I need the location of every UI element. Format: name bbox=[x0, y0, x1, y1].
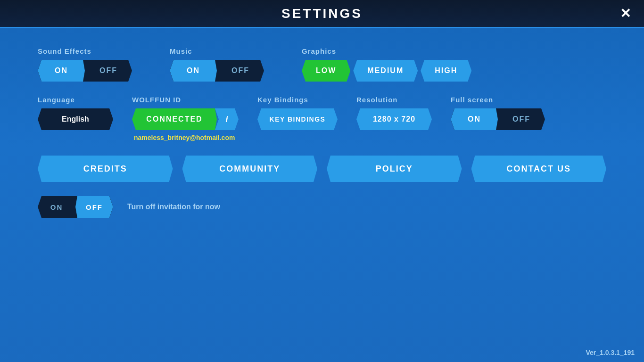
connected-button[interactable]: CONNECTED bbox=[132, 108, 217, 130]
full-screen-label: Full screen bbox=[451, 96, 493, 104]
music-label: Music bbox=[170, 47, 192, 55]
invitation-on-button[interactable]: ON bbox=[38, 196, 75, 218]
full-screen-on-button[interactable]: ON bbox=[451, 108, 498, 130]
resolution-group: Resolution 1280 x 720 bbox=[356, 96, 432, 130]
music-group: Music ON OFF bbox=[170, 47, 264, 82]
graphics-low-button[interactable]: LOW bbox=[302, 60, 350, 82]
bottom-buttons-row: CREDITS COMMUNITY POLICY CONTACT US bbox=[38, 156, 606, 182]
sound-effects-off-button[interactable]: OFF bbox=[85, 60, 132, 82]
sound-effects-group: Sound Effects ON OFF bbox=[38, 47, 132, 82]
key-bindings-label: Key Bindings bbox=[257, 96, 308, 104]
graphics-label: Graphics bbox=[302, 47, 336, 55]
info-button[interactable]: i bbox=[215, 108, 239, 130]
wolffun-id-row: CONNECTED i bbox=[132, 108, 239, 130]
invitation-toggle: ON OFF bbox=[38, 196, 113, 218]
music-off-button[interactable]: OFF bbox=[217, 60, 264, 82]
full-screen-toggle: ON OFF bbox=[451, 108, 545, 130]
full-screen-off-button[interactable]: OFF bbox=[498, 108, 545, 130]
language-group: Language English bbox=[38, 96, 113, 130]
policy-button[interactable]: POLICY bbox=[327, 156, 462, 182]
settings-row-2: Language English WOLFFUN ID CONNECTED i … bbox=[38, 96, 606, 141]
wolffun-id-label: WOLFFUN ID bbox=[132, 96, 181, 104]
graphics-options: LOW MEDIUM HIGH bbox=[302, 60, 471, 82]
resolution-label: Resolution bbox=[356, 96, 398, 104]
music-toggle: ON OFF bbox=[170, 60, 264, 82]
key-bindings-button[interactable]: KEY BINDINGS bbox=[257, 108, 338, 130]
language-button[interactable]: English bbox=[38, 108, 113, 130]
full-screen-group: Full screen ON OFF bbox=[451, 96, 545, 130]
main-content: Sound Effects ON OFF Music ON OFF Graphi… bbox=[0, 28, 644, 227]
credits-button[interactable]: CREDITS bbox=[38, 156, 173, 182]
resolution-button[interactable]: 1280 x 720 bbox=[356, 108, 432, 130]
contact-us-button[interactable]: CONTACT US bbox=[471, 156, 607, 182]
community-button[interactable]: COMMUNITY bbox=[182, 156, 318, 182]
sound-effects-label: Sound Effects bbox=[38, 47, 91, 55]
wolffun-id-group: WOLFFUN ID CONNECTED i nameless_britney@… bbox=[132, 96, 239, 141]
settings-screen: SETTINGS ✕ Sound Effects ON OFF Music ON… bbox=[0, 0, 644, 362]
close-button[interactable]: ✕ bbox=[616, 4, 635, 23]
version-label: Ver_1.0.3.1_191 bbox=[586, 349, 635, 356]
graphics-high-button[interactable]: HIGH bbox=[421, 60, 471, 82]
email-display: nameless_britney@hotmail.com bbox=[132, 134, 235, 141]
music-on-button[interactable]: ON bbox=[170, 60, 217, 82]
graphics-group: Graphics LOW MEDIUM HIGH bbox=[302, 47, 471, 82]
language-label: Language bbox=[38, 96, 75, 104]
page-title: SETTINGS bbox=[281, 6, 363, 21]
sound-effects-toggle: ON OFF bbox=[38, 60, 132, 82]
key-bindings-group: Key Bindings KEY BINDINGS bbox=[257, 96, 338, 130]
invitation-off-button[interactable]: OFF bbox=[75, 196, 113, 218]
sound-effects-on-button[interactable]: ON bbox=[38, 60, 85, 82]
invitation-row: ON OFF Turn off invitation for now bbox=[38, 196, 606, 218]
top-bar: SETTINGS ✕ bbox=[0, 0, 644, 28]
settings-row-1: Sound Effects ON OFF Music ON OFF Graphi… bbox=[38, 47, 606, 82]
invitation-description: Turn off invitation for now bbox=[127, 203, 220, 211]
graphics-medium-button[interactable]: MEDIUM bbox=[353, 60, 418, 82]
